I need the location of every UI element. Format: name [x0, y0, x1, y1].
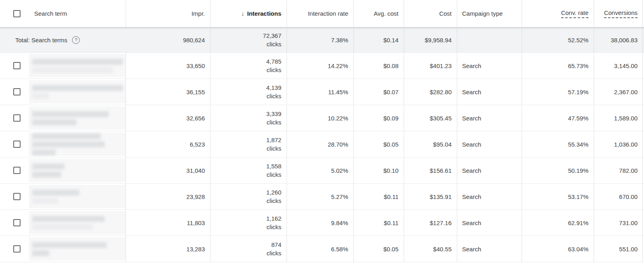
interactions-cell: 1,872 clicks	[211, 131, 287, 157]
column-header-impressions[interactable]: Impr.	[126, 0, 211, 27]
row-checkbox[interactable]	[13, 245, 21, 253]
interactions-value: 4,785	[266, 57, 281, 66]
table-row: 6,523 1,872 clicks 28.70% $0.05 $95.04 S…	[0, 131, 644, 157]
cost-cell: $95.04	[404, 131, 457, 157]
interaction-rate-cell: 5.27%	[287, 184, 354, 209]
impressions-cell: 6,523	[126, 131, 211, 157]
interactions-value: 1,872	[266, 136, 281, 144]
interactions-cell: 4,785 clicks	[211, 53, 287, 79]
interactions-value: 874	[271, 240, 281, 249]
redacted-term-line	[32, 93, 48, 99]
table-body: 33,650 4,785 clicks 14.22% $0.08 $401.23…	[0, 53, 644, 262]
interactions-value: 4,139	[266, 83, 281, 92]
table-row: 31,040 1,558 clicks 5.02% $0.10 $156.61 …	[0, 157, 644, 184]
conversions-cell: 1,589.00	[594, 105, 643, 131]
column-header-search-term[interactable]: Search term	[27, 0, 126, 27]
avg-cost-cell: $0.09	[354, 105, 404, 131]
interactions-value: 1,162	[266, 214, 281, 223]
interactions-value: 3,339	[266, 110, 281, 118]
conversions-cell: 670.00	[594, 184, 643, 209]
row-checkbox[interactable]	[13, 88, 21, 95]
column-header-conv-rate[interactable]: Conv. rate	[522, 0, 594, 27]
search-term-cell[interactable]	[27, 236, 126, 262]
total-interaction-rate: 7.38%	[287, 27, 354, 52]
cost-cell: $282.80	[404, 79, 457, 105]
column-header-interaction-rate[interactable]: Interaction rate	[287, 0, 354, 27]
column-header-conversions[interactable]: Conversions	[594, 0, 643, 27]
column-header-interactions[interactable]: ↓ Interactions	[211, 0, 287, 27]
redacted-search-term	[29, 185, 126, 208]
row-checkbox[interactable]	[13, 141, 21, 148]
interactions-cell: 1,260 clicks	[211, 184, 287, 209]
impressions-cell: 11,803	[126, 210, 211, 236]
row-checkbox-cell	[0, 105, 27, 131]
row-checkbox[interactable]	[13, 193, 21, 200]
conv-rate-cell: 47.59%	[522, 105, 594, 131]
row-checkbox[interactable]	[13, 114, 21, 122]
interaction-rate-cell: 28.70%	[287, 131, 354, 157]
campaign-type-cell: Search	[457, 210, 522, 236]
header-row: Search term Impr. ↓ Interactions Interac…	[0, 0, 644, 27]
conv-rate-cell: 65.73%	[522, 53, 594, 79]
total-interactions: 72,367 clicks	[211, 27, 287, 52]
interaction-rate-cell: 10.22%	[287, 105, 354, 131]
campaign-type-cell: Search	[457, 236, 522, 262]
help-icon[interactable]: ?	[72, 36, 80, 44]
total-row: Total: Search terms ? 980,624 72,367 cli…	[0, 27, 644, 53]
redacted-term-line	[32, 85, 123, 91]
search-term-cell[interactable]	[27, 53, 126, 79]
column-header-campaign-type[interactable]: Campaign type	[457, 0, 522, 27]
interactions-unit: clicks	[266, 92, 281, 100]
column-header-cost[interactable]: Cost	[404, 0, 457, 27]
redacted-search-term	[29, 132, 126, 156]
table-row: 11,803 1,162 clicks 9.84% $0.11 $127.16 …	[0, 210, 644, 236]
search-term-cell[interactable]	[27, 157, 126, 183]
search-term-cell[interactable]	[27, 184, 126, 209]
campaign-type-cell: Search	[457, 157, 522, 183]
row-checkbox[interactable]	[13, 219, 21, 226]
search-term-cell[interactable]	[27, 79, 126, 105]
total-cost: $9,958.94	[404, 27, 457, 52]
impressions-cell: 13,283	[126, 236, 211, 262]
search-term-cell[interactable]	[27, 131, 126, 157]
cost-cell: $305.45	[404, 105, 457, 131]
conv-rate-cell: 50.19%	[522, 157, 594, 183]
conversions-header-label: Conversions	[604, 9, 638, 18]
search-term-cell[interactable]	[27, 105, 126, 131]
conversions-cell: 3,145.00	[594, 53, 643, 79]
redacted-term-line	[32, 67, 113, 73]
conv-rate-cell: 62.91%	[522, 210, 594, 236]
avg-cost-cell: $0.11	[354, 210, 404, 236]
impressions-header-label: Impr.	[192, 10, 205, 17]
avg-cost-cell: $0.11	[354, 184, 404, 209]
row-checkbox[interactable]	[13, 62, 21, 69]
total-label: Total: Search terms	[15, 37, 67, 43]
total-label-cell: Total: Search terms ?	[0, 27, 126, 52]
row-checkbox[interactable]	[13, 167, 21, 174]
total-conv-rate: 52.52%	[522, 27, 594, 52]
select-all-checkbox[interactable]	[13, 10, 21, 17]
interactions-unit: clicks	[266, 249, 281, 257]
conv-rate-cell: 53.17%	[522, 184, 594, 209]
cost-cell: $40.55	[404, 236, 457, 262]
avg-cost-cell: $0.08	[354, 53, 404, 79]
column-header-avg-cost[interactable]: Avg. cost	[354, 0, 404, 27]
total-impressions: 980,624	[126, 27, 211, 52]
table-row: 33,650 4,785 clicks 14.22% $0.08 $401.23…	[0, 53, 644, 79]
avg-cost-header-label: Avg. cost	[374, 10, 398, 17]
impressions-cell: 31,040	[126, 157, 211, 183]
impressions-cell: 32,656	[126, 105, 211, 131]
impressions-cell: 23,928	[126, 184, 211, 209]
search-term-cell[interactable]	[27, 210, 126, 236]
interaction-rate-cell: 6.58%	[287, 236, 354, 262]
interactions-cell: 1,162 clicks	[211, 210, 287, 236]
cost-cell: $401.23	[404, 53, 457, 79]
interaction-rate-cell: 9.84%	[287, 210, 354, 236]
campaign-type-cell: Search	[457, 79, 522, 105]
conversions-cell: 782.00	[594, 157, 643, 183]
avg-cost-cell: $0.10	[354, 157, 404, 183]
interaction-rate-cell: 14.22%	[287, 53, 354, 79]
row-checkbox-cell	[0, 236, 27, 262]
row-checkbox-cell	[0, 184, 27, 209]
redacted-term-line	[32, 216, 105, 222]
